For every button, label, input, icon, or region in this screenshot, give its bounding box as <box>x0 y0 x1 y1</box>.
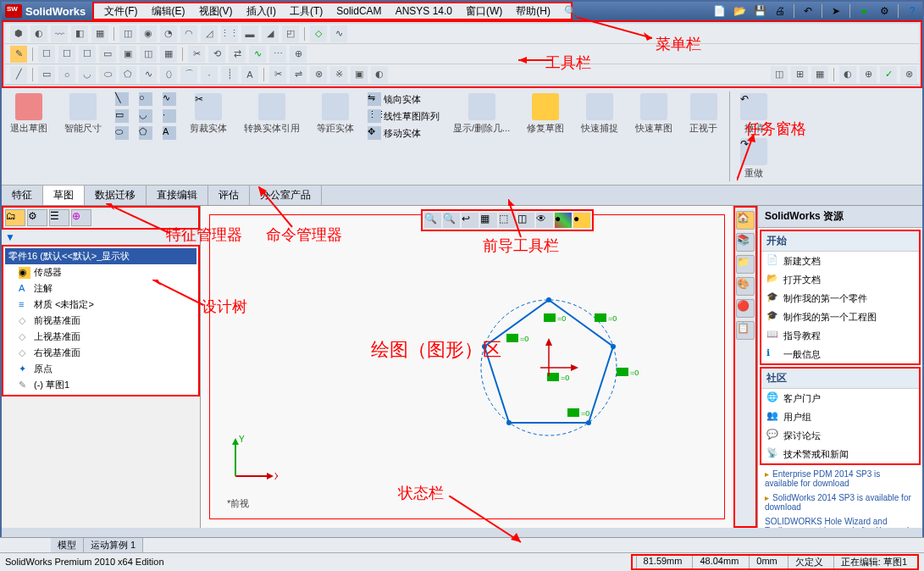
tb3-f[interactable]: ◐ <box>371 66 388 83</box>
tb2-9[interactable]: ⟲ <box>208 46 225 63</box>
tab-office[interactable]: 办公室产品 <box>250 186 322 205</box>
pattern-tool[interactable]: ⋮⋮线性草图阵列 <box>366 108 441 124</box>
tp-general-info[interactable]: ℹ一般信息 <box>761 345 919 363</box>
circle-tool[interactable]: ○ <box>137 91 154 107</box>
slot-icon[interactable]: ⬭ <box>99 66 116 83</box>
new-icon[interactable]: 📄 <box>711 3 728 19</box>
graphics-area[interactable]: 🔍 🔍 ↩ ▦ ⬚ ◫ 👁 ● ● =0 =0 =0 =0 =0 =0 <box>201 206 733 528</box>
pattern-icon[interactable]: ⋮⋮ <box>221 25 238 42</box>
tp-open-doc[interactable]: 📂打开文档 <box>761 270 919 289</box>
tb3-e[interactable]: ▣ <box>351 66 368 83</box>
appearance-icon[interactable]: ● <box>555 213 572 228</box>
search-icon[interactable]: 🔍 <box>557 3 571 19</box>
print-icon[interactable]: 🖨 <box>772 3 788 19</box>
tb3-r4[interactable]: ◐ <box>839 66 856 83</box>
polygon-icon[interactable]: ⬠ <box>119 66 136 83</box>
ellipse-icon[interactable]: ⬯ <box>160 66 177 83</box>
section-icon[interactable]: ▦ <box>480 213 497 228</box>
tb3-c[interactable]: ⊗ <box>310 66 327 83</box>
tb2-13[interactable]: ⊕ <box>290 46 307 63</box>
tree-sensors[interactable]: ◉传感器 <box>5 264 196 280</box>
rib-icon[interactable]: ▬ <box>241 25 258 42</box>
hide-show-icon[interactable]: 👁 <box>536 213 553 228</box>
select-icon[interactable]: ➤ <box>827 3 844 19</box>
tb2-6[interactable]: ◫ <box>140 46 157 63</box>
rebuild-icon[interactable]: ● <box>855 3 872 19</box>
tb2-11[interactable]: ∿ <box>249 46 266 63</box>
tb3-a[interactable]: ✂ <box>269 66 286 83</box>
zoom-fit-icon[interactable]: 🔍 <box>424 213 441 228</box>
menu-tools[interactable]: 工具(T) <box>283 3 329 20</box>
tp-news-3[interactable]: SOLIDWORKS Hole Wizard and Toolbox canno… <box>758 514 922 528</box>
tb2-7[interactable]: ▦ <box>160 46 177 63</box>
tree-material[interactable]: ≡材质 <未指定> <box>5 297 196 313</box>
tab-data-migration[interactable]: 数据迁移 <box>85 186 147 205</box>
tb3-r5[interactable]: ⊕ <box>860 66 877 83</box>
rapid-sketch-button[interactable]: 快速草图 <box>630 91 678 136</box>
tb2-2[interactable]: ☐ <box>58 46 75 63</box>
rs-view-palette-icon[interactable]: 🎨 <box>736 277 755 296</box>
filter-icon[interactable]: ▼ <box>5 231 15 243</box>
quick-snap-button[interactable]: 快速捕捉 <box>576 91 623 136</box>
spline-icon[interactable]: ∿ <box>140 66 157 83</box>
tp-new-doc[interactable]: 📄新建文档 <box>761 252 919 270</box>
polygon-tool[interactable]: ⬠ <box>137 125 154 141</box>
tree-sketch1[interactable]: ✎(-) 草图1 <box>5 377 196 393</box>
undo-button[interactable]: ↶撤消 <box>735 91 772 136</box>
fm-tab-dim[interactable]: ⊕ <box>71 209 91 226</box>
text-tool[interactable]: A <box>161 125 178 141</box>
fm-tab-tree[interactable]: 🗂 <box>5 209 25 226</box>
ref-geom-icon[interactable]: ◇ <box>310 25 327 42</box>
display-delete-button[interactable]: 显示/删除几... <box>448 91 515 136</box>
tb3-d[interactable]: ※ <box>330 66 347 83</box>
menu-insert[interactable]: 插入(I) <box>240 3 283 20</box>
tree-root[interactable]: 零件16 (默认<<默认>_显示状 <box>5 248 196 264</box>
circle-icon[interactable]: ○ <box>58 66 75 83</box>
tb2-8[interactable]: ✂ <box>188 46 205 63</box>
menu-edit[interactable]: 编辑(E) <box>145 3 192 20</box>
chamfer-icon[interactable]: ◿ <box>201 25 218 42</box>
redo-button[interactable]: ↷重做 <box>735 136 772 181</box>
spline-tool[interactable]: ∿ <box>161 91 178 107</box>
tp-user-groups[interactable]: 👥用户组 <box>761 407 919 426</box>
text-icon[interactable]: A <box>241 66 258 83</box>
prev-view-icon[interactable]: ↩ <box>462 213 479 228</box>
save-icon[interactable]: 💾 <box>751 3 768 19</box>
menu-solidcam[interactable]: SolidCAM <box>329 3 388 19</box>
tb2-5[interactable]: ▣ <box>119 46 136 63</box>
boundary-icon[interactable]: ▦ <box>91 25 108 42</box>
slot-tool[interactable]: ⬭ <box>113 125 130 141</box>
undo-icon[interactable]: ↶ <box>800 3 816 19</box>
tp-news-1[interactable]: ▸Enterprise PDM 2014 SP3 is available fo… <box>758 467 922 491</box>
convert-button[interactable]: 转换实体引用 <box>239 91 305 136</box>
tab-features[interactable]: 特征 <box>2 186 43 205</box>
move-tool[interactable]: ✥移动实体 <box>366 125 441 141</box>
sweep-icon[interactable]: 〰 <box>51 25 68 42</box>
tree-front-plane[interactable]: ◇前视基准面 <box>5 313 196 329</box>
view-orient-icon[interactable]: ⬚ <box>499 213 516 228</box>
hole-icon[interactable]: ◉ <box>140 25 157 42</box>
tp-first-drawing[interactable]: 🎓制作我的第一个工程图 <box>761 308 919 326</box>
menu-help[interactable]: 帮助(H) <box>509 3 557 20</box>
menu-file[interactable]: 文件(F) <box>97 3 144 20</box>
repair-button[interactable]: 修复草图 <box>522 91 569 136</box>
point-tool[interactable]: · <box>161 108 178 124</box>
revolve-icon[interactable]: ◐ <box>30 25 47 42</box>
exit-sketch-button[interactable]: 退出草图 <box>5 91 53 136</box>
tb3-r2[interactable]: ⊞ <box>791 66 808 83</box>
tab-direct-edit[interactable]: 直接编辑 <box>147 186 208 205</box>
smart-dim-button[interactable]: 智能尺寸 <box>59 91 107 136</box>
offset-button[interactable]: 等距实体 <box>312 91 359 136</box>
cut-extrude-icon[interactable]: ◫ <box>119 25 136 42</box>
rs-home-icon[interactable]: 🏠 <box>736 211 755 230</box>
menu-window[interactable]: 窗口(W) <box>459 3 509 20</box>
tp-first-part[interactable]: 🎓制作我的第一个零件 <box>761 289 919 308</box>
centerline-icon[interactable]: ┊ <box>221 66 238 83</box>
tb2-1[interactable]: ☐ <box>38 46 55 63</box>
cut-revolve-icon[interactable]: ◔ <box>160 25 177 42</box>
tree-right-plane[interactable]: ◇右视基准面 <box>5 345 196 361</box>
rs-file-explorer-icon[interactable]: 📁 <box>736 255 755 274</box>
line-tool[interactable]: ╲ <box>113 91 130 107</box>
tp-tutorials[interactable]: 📖指导教程 <box>761 326 919 345</box>
rect-icon[interactable]: ▭ <box>38 66 55 83</box>
